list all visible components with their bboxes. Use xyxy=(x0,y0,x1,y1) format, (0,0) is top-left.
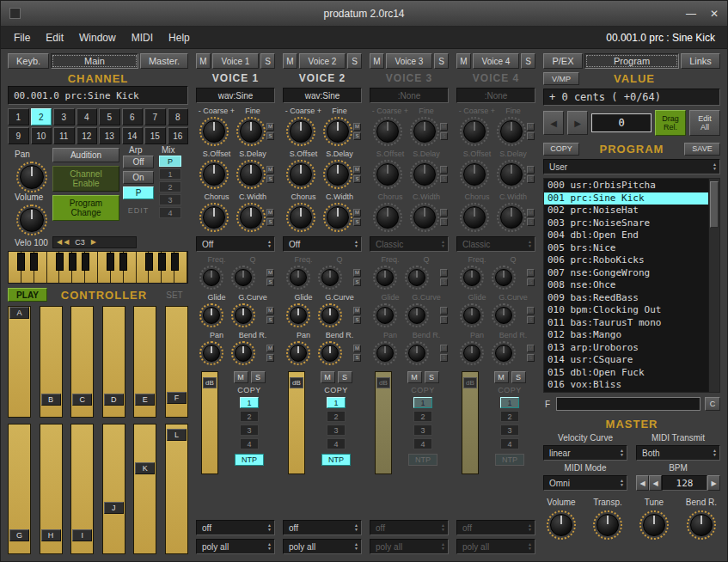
voice-2-coarse-knob[interactable] xyxy=(286,117,315,146)
channel-enable-button[interactable]: Channel Enable xyxy=(52,166,119,192)
channel-button-2[interactable]: 2 xyxy=(31,108,52,125)
voice-4-mini-mute-button[interactable]: M xyxy=(527,307,535,315)
black-key[interactable] xyxy=(69,253,76,271)
slider-handle-b[interactable]: B xyxy=(41,394,61,406)
menu-window[interactable]: Window xyxy=(71,32,124,44)
voice-3-chorus-knob[interactable] xyxy=(373,203,402,232)
voice-2-fader-handle[interactable]: dB xyxy=(290,377,303,388)
menu-midi[interactable]: MIDI xyxy=(124,32,161,44)
controller-slider-i[interactable]: I xyxy=(70,424,94,554)
voice-4-glide-knob[interactable] xyxy=(460,303,484,327)
voice-4-group-3-button[interactable]: 3 xyxy=(500,425,519,436)
voice-4-mini-mute-button[interactable]: M xyxy=(527,345,535,352)
voice-3-mute-tab-button[interactable]: M xyxy=(370,53,384,69)
program-list-item[interactable]: 007 nse:GongeWrong xyxy=(544,267,708,280)
scrollbar-thumb[interactable] xyxy=(710,181,719,228)
mix-1-button[interactable]: 1 xyxy=(159,168,181,180)
program-change-button[interactable]: Program Change xyxy=(52,195,119,221)
voice-1-mini-solo-button[interactable]: S xyxy=(266,218,274,226)
voice-3-group-3-button[interactable]: 3 xyxy=(413,425,432,436)
slider-handle-h[interactable]: H xyxy=(41,529,61,541)
voice-4-solo-tab-button[interactable]: S xyxy=(521,53,535,69)
program-list-item[interactable]: 005 brs:Nice xyxy=(544,242,708,255)
voice-2-chorus-knob[interactable] xyxy=(286,203,315,232)
voice-1-g-curve-knob[interactable] xyxy=(231,303,255,327)
copy-program-button[interactable]: COPY xyxy=(543,143,579,156)
channel-button-13[interactable]: 13 xyxy=(99,127,120,144)
voice-4-mute-tab-button[interactable]: M xyxy=(456,53,471,69)
voice-3-mini-mute-button[interactable]: M xyxy=(440,269,448,277)
voice-1-group-2-button[interactable]: 2 xyxy=(240,411,259,422)
voice-4-bend-r-knob[interactable] xyxy=(492,341,516,365)
voice-3-solo-tab-button[interactable]: S xyxy=(434,53,449,69)
voice-3-mute-button[interactable]: M xyxy=(407,371,422,383)
black-key[interactable] xyxy=(82,253,89,271)
voice-4-mini-solo-button[interactable]: S xyxy=(527,354,535,362)
voice-2-pan-knob[interactable] xyxy=(286,341,310,365)
program-list-item[interactable]: 015 dbl:Open Fuck xyxy=(544,367,708,380)
range-low-marker-icon[interactable]: ◀ xyxy=(57,239,62,246)
voice-3-output-select[interactable]: off▲▼ xyxy=(370,520,449,535)
voice-3-level-fader[interactable]: dB xyxy=(375,371,392,474)
voice-2-mini-solo-button[interactable]: S xyxy=(353,278,361,286)
channel-button-7[interactable]: 7 xyxy=(144,108,166,125)
voice-2-mini-solo-button[interactable]: S xyxy=(353,132,361,140)
channel-button-10[interactable]: 10 xyxy=(31,127,52,144)
voice-4-mini-mute-button[interactable]: M xyxy=(527,269,535,277)
bank-select[interactable]: User ▲▼ xyxy=(543,159,720,174)
controller-slider-d[interactable]: D xyxy=(102,306,125,418)
program-list-item[interactable]: 011 bas:TaurusT mono xyxy=(544,317,708,330)
black-key[interactable] xyxy=(30,253,38,271)
controller-slider-g[interactable]: G xyxy=(8,424,31,554)
channel-button-16[interactable]: 16 xyxy=(168,127,189,144)
voice-4-copy-button[interactable]: COPY xyxy=(498,386,522,394)
voice-4-coarse-knob[interactable] xyxy=(460,117,489,146)
voice-2-s-delay-knob[interactable] xyxy=(323,160,352,189)
black-key[interactable] xyxy=(158,253,166,271)
value-next-button[interactable]: ▶ xyxy=(567,111,588,135)
voice-3-group-2-button[interactable]: 2 xyxy=(413,411,432,422)
slider-handle-a[interactable]: A xyxy=(9,307,29,319)
voice-1-mini-mute-button[interactable]: M xyxy=(266,123,274,131)
voice-3-s-delay-knob[interactable] xyxy=(410,160,439,189)
voice-4-fine-knob[interactable] xyxy=(497,117,526,146)
program-list-item[interactable]: 003 prc:NoiseSnare xyxy=(544,217,708,230)
channel-button-1[interactable]: 1 xyxy=(8,108,29,125)
voice-1-mini-solo-button[interactable]: S xyxy=(266,278,274,286)
master-bend-r-knob[interactable] xyxy=(687,510,716,540)
clear-filter-button[interactable]: C xyxy=(705,397,720,411)
voice-1-coarse-knob[interactable] xyxy=(199,117,229,146)
voice-4-filter-select[interactable]: Classic▲▼ xyxy=(456,236,535,252)
voice-3-mini-mute-button[interactable]: M xyxy=(440,123,448,131)
controller-slider-h[interactable]: H xyxy=(40,424,63,554)
voice-1-wave-display[interactable]: wav:Sine xyxy=(196,88,275,103)
channel-button-9[interactable]: 9 xyxy=(8,127,29,144)
voice-3-c-width-knob[interactable] xyxy=(410,203,439,232)
voice-3-mini-solo-button[interactable]: S xyxy=(440,218,448,226)
voice-3-wave-display[interactable]: :None xyxy=(370,88,449,103)
controller-slider-l[interactable]: L xyxy=(165,424,188,554)
voice-1-mode-select[interactable]: poly all▲▼ xyxy=(196,539,275,554)
voice-1-mini-mute-button[interactable]: M xyxy=(266,269,274,277)
tab-master[interactable]: Master. xyxy=(140,53,188,69)
voice-1-group-3-button[interactable]: 3 xyxy=(240,425,259,436)
midi-transmit-select[interactable]: Both ▲▼ xyxy=(636,445,720,461)
voice-1-copy-button[interactable]: COPY xyxy=(237,386,261,394)
voice-1-filter-select[interactable]: Off▲▼ xyxy=(196,236,275,252)
voice-2-filter-select[interactable]: Off▲▼ xyxy=(283,236,362,252)
range-high-marker-icon[interactable]: ▶ xyxy=(91,239,96,246)
voice-4-freq-knob[interactable] xyxy=(460,266,484,290)
voice-1-mute-tab-button[interactable]: M xyxy=(196,53,211,69)
voice-4-mini-mute-button[interactable]: M xyxy=(527,123,535,131)
value-prev-button[interactable]: ◀ xyxy=(543,111,564,135)
midi-mode-select[interactable]: Omni ▲▼ xyxy=(543,475,627,491)
voice-4-mini-mute-button[interactable]: M xyxy=(527,166,535,174)
vmp-button[interactable]: V/MP xyxy=(543,72,579,85)
voice-2-freq-knob[interactable] xyxy=(286,266,310,290)
black-key[interactable] xyxy=(119,253,127,271)
voice-2-mute-button[interactable]: M xyxy=(321,371,335,383)
black-key[interactable] xyxy=(17,253,25,271)
voice-3-g-curve-knob[interactable] xyxy=(405,303,429,327)
program-list-item[interactable]: 012 bas:Mango xyxy=(544,329,708,342)
voice-1-output-select[interactable]: off▲▼ xyxy=(196,520,275,535)
